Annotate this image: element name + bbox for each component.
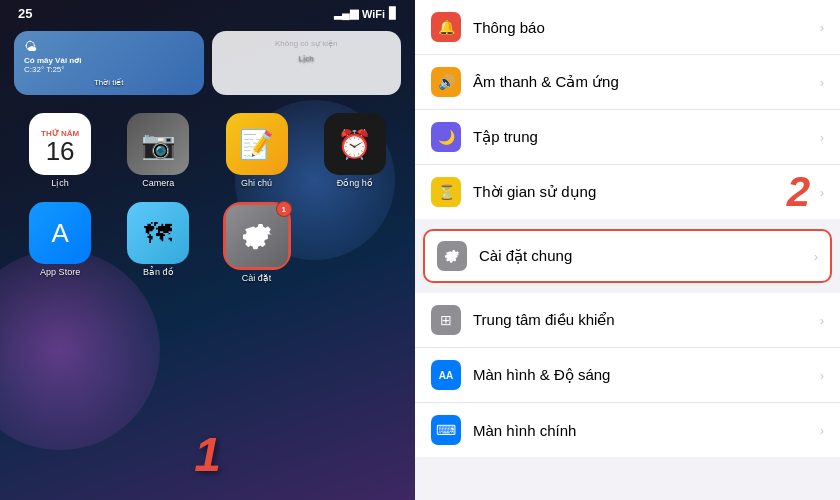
homescreen-icon: ⌨ xyxy=(431,415,461,445)
status-bar: 25 ▂▄▆ WiFi ▊ xyxy=(0,0,415,25)
settings-label-thoi-gian: Thời gian sử dụng xyxy=(473,183,820,201)
app-label-dong-ho: Đồng hồ xyxy=(337,178,373,188)
chevron-man-hinh-chinh: › xyxy=(820,423,824,438)
chevron-thong-bao: › xyxy=(820,20,824,35)
settings-label-tap-trung: Tập trung xyxy=(473,128,820,146)
calendar-no-event: Không có sự kiện xyxy=(222,39,392,48)
screentime-icon: ⏳ xyxy=(431,177,461,207)
weather-icon: 🌤 xyxy=(24,39,37,54)
app-icon-appstore: A xyxy=(29,202,91,264)
settings-row-man-hinh-do-sang[interactable]: AA Màn hình & Độ sáng › xyxy=(415,348,840,403)
app-item-ban-do[interactable]: 🗺 Bản đồ xyxy=(114,202,202,283)
app-item-ghi-chu[interactable]: 📝 Ghi chú xyxy=(213,113,301,188)
app-icon-dong-ho: ⏰ xyxy=(324,113,386,175)
settings-row-thoi-gian[interactable]: ⏳ Thời gian sử dụng › 2 xyxy=(415,165,840,219)
app-label-lich: Lịch xyxy=(51,178,69,188)
app-grid: THỨ NĂM 16 Lịch 📷 Camera 📝 Ghi chú ⏰ Đồn… xyxy=(0,101,415,295)
notification-icon: 🔔 xyxy=(431,12,461,42)
app-item-camera[interactable]: 📷 Camera xyxy=(114,113,202,188)
settings-label-cai-dat-chung: Cài đặt chung xyxy=(479,247,814,265)
settings-group-2: ⊞ Trung tâm điều khiển › AA Màn hình & Đ… xyxy=(415,293,840,457)
app-label-cai-dat: Cài đặt xyxy=(242,273,272,283)
focus-icon: 🌙 xyxy=(431,122,461,152)
app-icon-lich: THỨ NĂM 16 xyxy=(29,113,91,175)
settings-row-man-hinh-chinh[interactable]: ⌨ Màn hình chính › xyxy=(415,403,840,457)
settings-label-thong-bao: Thông báo xyxy=(473,19,820,36)
settings-row-am-thanh[interactable]: 🔊 Âm thanh & Cảm ứng › xyxy=(415,55,840,110)
gear-small-icon xyxy=(443,247,461,265)
status-icons: ▂▄▆ WiFi ▊ xyxy=(334,7,397,20)
gear-icon xyxy=(239,218,275,254)
wifi-icon: WiFi xyxy=(362,8,385,20)
app-icon-ban-do: 🗺 xyxy=(127,202,189,264)
settings-label-trung-tam: Trung tâm điều khiển xyxy=(473,311,820,329)
app-label-ghi-chu: Ghi chú xyxy=(241,178,272,188)
control-center-icon: ⊞ xyxy=(431,305,461,335)
app-icon-camera: 📷 xyxy=(127,113,189,175)
app-label-ban-do: Bản đồ xyxy=(143,267,174,277)
app-item-dong-ho[interactable]: ⏰ Đồng hồ xyxy=(311,113,399,188)
cal-date: 16 xyxy=(46,138,75,164)
chevron-trung-tam: › xyxy=(820,313,824,328)
chevron-cai-dat-chung: › xyxy=(814,249,818,264)
appstore-icon: A xyxy=(51,218,68,249)
app-icon-ghi-chu: 📝 xyxy=(226,113,288,175)
settings-row-thong-bao[interactable]: 🔔 Thông báo › xyxy=(415,0,840,55)
weather-title: Có mây Vài nơi xyxy=(24,56,194,65)
widgets-row: 🌤 Có mây Vài nơi C:32° T:25° Thời tiết K… xyxy=(0,25,415,101)
settings-row-tap-trung[interactable]: 🌙 Tập trung › xyxy=(415,110,840,165)
app-item-appstore[interactable]: A App Store xyxy=(16,202,104,283)
chevron-am-thanh: › xyxy=(820,75,824,90)
weather-temp: C:32° T:25° xyxy=(24,65,194,74)
notes-icon: 📝 xyxy=(239,128,274,161)
settings-row-cai-dat-chung[interactable]: Cài đặt chung › xyxy=(423,229,832,283)
settings-badge: 1 xyxy=(276,201,292,217)
phone-screen: 25 ▂▄▆ WiFi ▊ 🌤 Có mây Vài nơi C:32° T:2… xyxy=(0,0,415,500)
settings-label-am-thanh: Âm thanh & Cảm ứng xyxy=(473,73,820,91)
step-2-label: 2 xyxy=(787,168,810,216)
app-label-appstore: App Store xyxy=(40,267,80,277)
app-label-camera: Camera xyxy=(142,178,174,188)
settings-label-man-hinh-do-sang: Màn hình & Độ sáng xyxy=(473,366,820,384)
chevron-thoi-gian: › xyxy=(820,185,824,200)
step-1-label: 1 xyxy=(194,427,221,482)
general-settings-icon xyxy=(437,241,467,271)
status-time: 25 xyxy=(18,6,32,21)
settings-group-1: 🔔 Thông báo › 🔊 Âm thanh & Cảm ứng › 🌙 T… xyxy=(415,0,840,219)
battery-icon: ▊ xyxy=(389,7,397,20)
signal-icon: ▂▄▆ xyxy=(334,7,358,20)
highlighted-group: Cài đặt chung › xyxy=(415,227,840,285)
weather-widget[interactable]: 🌤 Có mây Vài nơi C:32° T:25° Thời tiết xyxy=(14,31,204,95)
settings-list: 🔔 Thông báo › 🔊 Âm thanh & Cảm ứng › 🌙 T… xyxy=(415,0,840,457)
clock-icon: ⏰ xyxy=(337,128,372,161)
chevron-man-hinh-do-sang: › xyxy=(820,368,824,383)
settings-panel: 🔔 Thông báo › 🔊 Âm thanh & Cảm ứng › 🌙 T… xyxy=(415,0,840,500)
display-icon: AA xyxy=(431,360,461,390)
settings-label-man-hinh-chinh: Màn hình chính xyxy=(473,422,820,439)
settings-row-trung-tam[interactable]: ⊞ Trung tâm điều khiển › xyxy=(415,293,840,348)
app-item-lich[interactable]: THỨ NĂM 16 Lịch xyxy=(16,113,104,188)
app-item-cai-dat[interactable]: 1 Cài đặt xyxy=(213,202,301,283)
camera-icon: 📷 xyxy=(141,128,176,161)
calendar-widget-label: Lịch xyxy=(222,54,392,63)
calendar-widget[interactable]: Không có sự kiện Lịch xyxy=(212,31,402,95)
maps-icon: 🗺 xyxy=(144,217,172,250)
chevron-tap-trung: › xyxy=(820,130,824,145)
sound-icon: 🔊 xyxy=(431,67,461,97)
weather-label: Thời tiết xyxy=(24,78,194,87)
